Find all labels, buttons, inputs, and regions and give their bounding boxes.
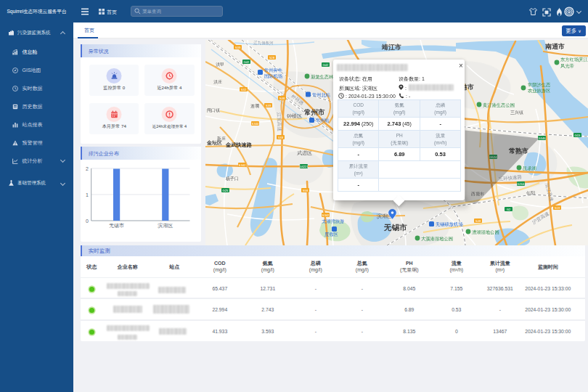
- svg-text:S342: S342: [322, 213, 329, 217]
- svg-text:常州站: 常州站: [316, 118, 330, 123]
- svg-text:国际机场: 国际机场: [264, 73, 282, 79]
- svg-text:G25: G25: [222, 189, 229, 192]
- svg-text:杨子口: 杨子口: [225, 176, 239, 181]
- svg-text:靖江市: 靖江市: [381, 44, 401, 51]
- svg-text:金武快速路: 金武快速路: [225, 142, 253, 148]
- svg-text:S19: S19: [554, 206, 560, 210]
- svg-text:常州市: 常州市: [304, 108, 325, 116]
- svg-text:漕湖湿地公园: 漕湖湿地公园: [472, 229, 499, 235]
- svg-text:1: 1: [86, 192, 89, 197]
- svg-text:度假区: 度假区: [324, 232, 339, 237]
- svg-text:连堈: 连堈: [250, 103, 259, 109]
- svg-text:钟楼区: 钟楼区: [286, 113, 302, 119]
- svg-text:S48: S48: [475, 219, 481, 223]
- svg-text:太湖湾旅游: 太湖湾旅游: [322, 219, 344, 224]
- svg-text:南通市: 南通市: [545, 43, 565, 50]
- svg-text:滨湖区: 滨湖区: [158, 221, 173, 228]
- svg-text:风光带: 风光带: [560, 63, 574, 69]
- svg-text:昆承湖: 昆承湖: [523, 166, 536, 171]
- svg-text:洪甲: 洪甲: [216, 62, 224, 67]
- svg-text:常州北站: 常州北站: [312, 92, 331, 98]
- svg-text:辽九侗条河: 辽九侗条河: [253, 41, 274, 46]
- svg-text:S39: S39: [234, 46, 240, 49]
- svg-text:任阳: 任阳: [526, 191, 535, 196]
- svg-text:大溪港湿地公园: 大溪港湿地公园: [421, 236, 453, 242]
- svg-text:538: 538: [278, 136, 284, 139]
- svg-text:G204: G204: [517, 182, 525, 186]
- svg-text:三兴镇: 三兴镇: [510, 110, 523, 115]
- svg-text:0: 0: [86, 218, 89, 223]
- svg-text:G15: G15: [574, 134, 581, 137]
- svg-text:金坛区: 金坛区: [206, 140, 222, 146]
- svg-text:S32: S32: [240, 88, 246, 91]
- svg-text:G42: G42: [243, 60, 250, 64]
- svg-text:新庄: 新庄: [217, 136, 226, 141]
- svg-text:无锡市: 无锡市: [383, 223, 407, 232]
- svg-text:常阴沙生态: 常阴沙生态: [528, 82, 551, 88]
- svg-text:武进区: 武进区: [297, 150, 312, 156]
- svg-text:G2: G2: [506, 208, 510, 211]
- svg-text:528: 528: [269, 56, 275, 60]
- svg-text:闸口镇: 闸口镇: [207, 108, 220, 113]
- svg-text:新龙生态林: 新龙生态林: [311, 74, 334, 79]
- svg-text:S48: S48: [279, 97, 285, 100]
- svg-text:S39: S39: [265, 104, 271, 107]
- svg-text:S58: S58: [302, 189, 308, 192]
- svg-text:S342: S342: [238, 163, 245, 167]
- svg-text:常州奔牛: 常州奔牛: [264, 68, 283, 73]
- svg-text:黄汀港生态公园: 黄汀港生态公园: [483, 102, 515, 108]
- svg-text:无锡市: 无锡市: [109, 221, 124, 228]
- svg-text:农业旅游区: 农业旅游区: [528, 88, 551, 94]
- svg-text:2: 2: [86, 166, 89, 171]
- svg-text:S340: S340: [251, 122, 258, 126]
- svg-text:无锡硕放机场: 无锡硕放机场: [436, 221, 463, 227]
- svg-text:G346: G346: [538, 136, 546, 140]
- svg-text:G4221: G4221: [299, 165, 309, 168]
- svg-text:洪庄: 洪庄: [213, 79, 222, 84]
- svg-text:东方红场滨江: 东方红场滨江: [560, 57, 588, 62]
- svg-text:G42: G42: [322, 63, 329, 67]
